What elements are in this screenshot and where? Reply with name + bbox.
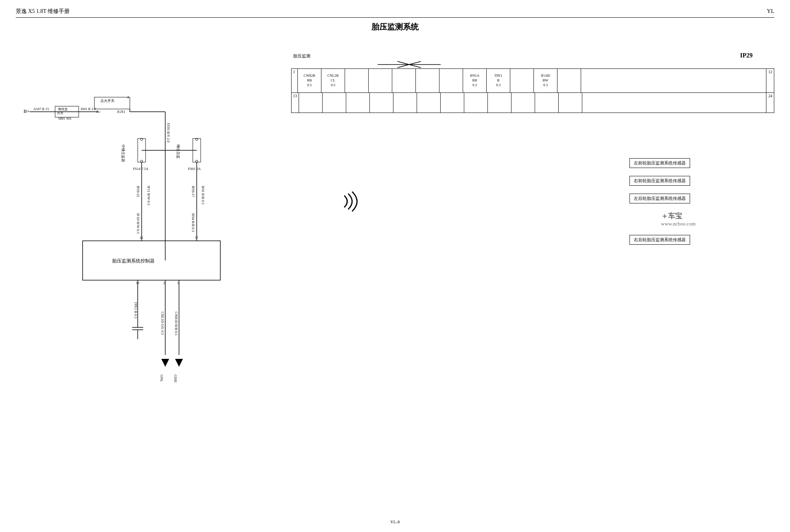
svg-text:IF11 B/W 0.3: IF11 B/W 0.3 <box>147 186 151 205</box>
page-footer: YL-8 <box>390 519 400 524</box>
ip29-connector-section: 胎压监测 IP29 1 <box>291 52 774 113</box>
sensor-row-4: 右后轮胎压监测系统传感器 <box>629 235 696 245</box>
bplus-label: B+ <box>24 109 30 114</box>
svg-text:A107 R 15: A107 R 15 <box>33 107 49 111</box>
ip29-cell-top-8: IF01ARB0.3 <box>463 69 487 92</box>
ip29-top-row: 1 CNH2BRB0.5CNL2BCL0.5IF01ARB0.3TPE1B0.3… <box>291 68 774 93</box>
sensor-label-2: 右前轮胎压监测系统传感器 <box>634 178 686 183</box>
ip29-cell-top-5 <box>392 69 416 92</box>
svg-text:IF01 R/B 0.3: IF01 R/B 0.3 <box>201 186 205 205</box>
svg-text:继合总监: 继合总监 <box>176 144 180 159</box>
ip29-cell-top-10 <box>510 69 534 92</box>
svg-marker-57 <box>161 359 169 367</box>
wireless-icon <box>330 182 362 217</box>
left-schematic: B+ A107 R 15 熔丝盒 开关 SB01 30A IS01 R 2.0 … <box>16 44 252 398</box>
svg-text:IF1D B/W 0.3: IF1D B/W 0.3 <box>136 213 140 234</box>
header: 景逸 X5 1.8T 维修手册 YL <box>16 8 774 18</box>
sensor-label-3: 左后轮胎压监测系统传感器 <box>634 196 686 201</box>
ip29-id-label: IP29 <box>740 52 753 59</box>
ip29-cells-top: CNH2BRB0.5CNL2BCL0.5IF01ARB0.3TPE1B0.3IF… <box>298 69 766 92</box>
svg-text:1: 1 <box>177 281 179 285</box>
ip29-cell-top-7 <box>439 69 463 92</box>
ip29-bottom-row: 13 24 <box>291 93 774 113</box>
svg-text:SB01 30A: SB01 30A <box>58 117 72 120</box>
svg-text:中继主监器: 中继主监器 <box>121 144 125 162</box>
sensor-box-4: 右后轮胎压监测系统传感器 <box>629 235 690 245</box>
ip29-num-24: 24 <box>766 93 774 113</box>
svg-marker-59 <box>175 359 183 367</box>
svg-text:IGN1: IGN1 <box>117 110 126 114</box>
page-title: 胎压监测系统 <box>16 22 774 32</box>
svg-text:CNL1D O/L 0.5: CNL1D O/L 0.5 <box>161 312 164 335</box>
svg-text:开关: 开关 <box>57 111 63 115</box>
svg-text:GNH: GNH <box>174 375 177 382</box>
svg-text:17: 17 <box>195 236 199 240</box>
ip29-cell-bottom-22 <box>511 93 535 113</box>
svg-text:GNL: GNL <box>160 375 164 382</box>
ip29-cell-bottom-24 <box>559 93 582 113</box>
right-diagram: 胎压监测 IP29 1 <box>252 44 774 398</box>
svg-text:CNH1D R/B 0.5: CNH1D R/B 0.5 <box>174 312 178 336</box>
ip29-num-13: 13 <box>292 93 299 113</box>
ip29-cell-top-9: TPE1B0.3 <box>487 69 510 92</box>
header-left: 景逸 X5 1.8T 维修手册 <box>16 8 70 15</box>
svg-text:IP29-17: IP29-17 <box>191 186 195 197</box>
ip29-cell-top-12 <box>557 69 581 92</box>
svg-text:22: 22 <box>140 236 143 240</box>
ip29-title-label: 胎压监测 <box>293 53 310 59</box>
header-right: YL <box>767 8 774 15</box>
svg-text:ST05 B/Y 2.0: ST05 B/Y 2.0 <box>166 123 170 142</box>
ip29-cell-bottom-21 <box>488 93 511 113</box>
ip29-cell-top-3 <box>345 69 369 92</box>
svg-text:4: 4 <box>127 95 129 99</box>
sensor-row-3: 左后轮胎压监测系统传感器 <box>629 194 696 203</box>
diagram-area: B+ A107 R 15 熔丝盒 开关 SB01 30A IS01 R 2.0 … <box>16 44 774 398</box>
watermark-brand: ＋车宝 <box>661 211 696 221</box>
svg-text:IS01 R 2.0: IS01 R 2.0 <box>81 107 96 111</box>
ip29-cell-bottom-19 <box>441 93 464 113</box>
ip29-cell-bottom-13 <box>299 93 323 113</box>
svg-text:熔丝盒: 熔丝盒 <box>58 107 68 111</box>
svg-text:TPE1 B 0.3: TPE1 B 0.3 <box>134 302 138 319</box>
ip29-cell-bottom-14 <box>323 93 346 113</box>
sensors-section: 左前轮胎压监测系统传感器 右前轮胎压监测系统传感器 左后轮胎压监测系统传感器 <box>629 150 696 253</box>
ip29-cell-bottom-20 <box>464 93 488 113</box>
ip29-cell-top-4 <box>369 69 392 92</box>
ip29-cells-bottom <box>299 93 766 113</box>
page-container: 景逸 X5 1.8T 维修手册 YL 胎压监测系统 B+ A107 R 15 熔… <box>0 0 790 532</box>
schematic-svg: B+ A107 R 15 熔丝盒 开关 SB01 30A IS01 R 2.0 … <box>16 44 252 398</box>
sensor-box-2: 右前轮胎压监测系统传感器 <box>629 176 690 186</box>
footer-label: YL-8 <box>390 519 400 524</box>
watermark-section: ＋车宝 www.ncboo.com <box>661 211 696 227</box>
sensor-box-3: 左后轮胎压监测系统传感器 <box>629 194 690 203</box>
sensor-box-1: 左前轮胎压监测系统传感器 <box>629 158 690 168</box>
ip29-cell-bottom-23 <box>535 93 559 113</box>
ip29-cell-top-6 <box>416 69 439 92</box>
svg-text:IF04 R/B 0.3: IF04 R/B 0.3 <box>191 213 195 232</box>
ip29-cell-bottom-15 <box>346 93 370 113</box>
ip29-cell-top-2: CNL2BCL0.5 <box>321 69 345 92</box>
svg-text:IP29-22: IP29-22 <box>136 186 140 197</box>
ip29-cell-bottom-16 <box>370 93 393 113</box>
watermark-url: www.ncboo.com <box>661 221 696 227</box>
ip29-num-12: 12 <box>766 69 774 92</box>
svg-text:FS14 7.5A: FS14 7.5A <box>133 167 149 171</box>
svg-text:2: 2 <box>163 281 165 285</box>
ip29-cell-bottom-18 <box>417 93 441 113</box>
svg-text:点火开关: 点火开关 <box>100 99 114 103</box>
sensor-label-1: 左前轮胎压监测系统传感器 <box>634 161 686 165</box>
ip29-cell-bottom-17 <box>393 93 417 113</box>
ip29-header-row: 胎压监测 IP29 <box>291 52 774 59</box>
sensor-row-2: 右前轮胎压监测系统传感器 <box>629 176 696 186</box>
connector-cross <box>370 61 449 68</box>
ip29-cell-top-11: IF14DBW0.3 <box>534 69 557 92</box>
ip29-num-1: 1 <box>292 69 298 92</box>
sensor-label-4: 右后轮胎压监测系统传感器 <box>634 237 686 242</box>
svg-text:FS01 5A: FS01 5A <box>188 167 201 171</box>
sensor-row-1: 左前轮胎压监测系统传感器 <box>629 158 696 168</box>
ip29-cell-top-1: CNH2BRB0.5 <box>298 69 321 92</box>
svg-text:胎压监测系统控制器: 胎压监测系统控制器 <box>112 258 155 264</box>
